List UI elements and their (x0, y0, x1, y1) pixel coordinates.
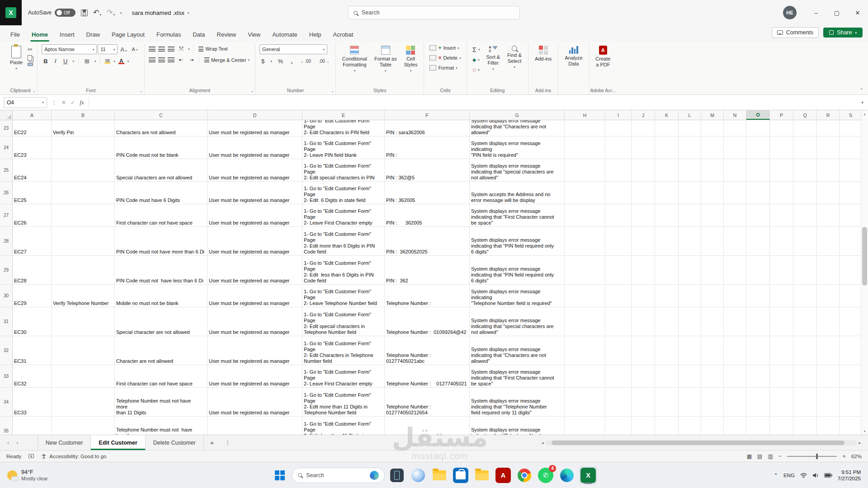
save-icon[interactable] (81, 9, 88, 16)
ribbon-tab-insert[interactable]: Insert (54, 28, 80, 42)
cell-C33[interactable]: First character can not have space (115, 365, 208, 388)
macro-record-icon[interactable] (28, 454, 34, 458)
cell-E30[interactable]: 1- Go to "Edit Customer Form" Page 2- Le… (302, 285, 385, 307)
cell-J26[interactable] (632, 182, 655, 204)
cell-G23[interactable]: System displays error message indicating… (470, 120, 565, 136)
cell-M30[interactable] (701, 285, 724, 307)
cell-S33[interactable] (840, 365, 862, 388)
cell-M27[interactable] (701, 204, 724, 227)
cell-P23[interactable] (770, 120, 793, 136)
percent-format-icon[interactable]: % (276, 57, 285, 66)
increase-font-icon[interactable]: A˄ (118, 45, 129, 54)
cell-D27[interactable]: User must be registered as manager (208, 204, 302, 227)
align-left-icon[interactable] (149, 57, 156, 62)
scroll-right-icon[interactable]: ▸ (859, 441, 861, 445)
cell-C28[interactable]: PIN Code must not have more than 6 Di (115, 227, 208, 256)
currency-format-icon[interactable]: $ (259, 57, 266, 66)
cell-K27[interactable] (655, 204, 679, 227)
cell-D30[interactable]: User must be registered as manager (208, 285, 302, 307)
cell-L27[interactable] (679, 204, 701, 227)
orientation-icon[interactable]: ⤧ (177, 44, 185, 53)
cell-K31[interactable] (655, 307, 679, 336)
cell-B33[interactable] (52, 365, 115, 388)
cell-P35[interactable] (770, 417, 793, 435)
cell-H27[interactable] (565, 204, 605, 227)
undo-caret-icon[interactable]: ▾ (99, 13, 101, 16)
cell-M25[interactable] (701, 159, 724, 182)
cell-J23[interactable] (632, 120, 655, 136)
fill-color-icon[interactable]: ▨ (104, 58, 110, 64)
cell-R24[interactable] (817, 136, 840, 159)
cell-S29[interactable] (840, 256, 862, 285)
row-header-27[interactable]: 27 (0, 204, 13, 227)
horizontal-scrollbar-thumb[interactable] (552, 441, 844, 445)
cell-O26[interactable] (746, 182, 770, 204)
row-header-25[interactable]: 25 (0, 159, 13, 182)
cell-K28[interactable] (655, 227, 679, 256)
conditional-formatting-button[interactable]: Conditional Formatting ▾ (340, 44, 369, 74)
cell-P32[interactable] (770, 336, 793, 365)
cell-A28[interactable]: EC27 (13, 227, 52, 256)
cell-Q26[interactable] (793, 182, 817, 204)
cell-R29[interactable] (817, 256, 840, 285)
cell-Q32[interactable] (793, 336, 817, 365)
cell-M32[interactable] (701, 336, 724, 365)
cell-K29[interactable] (655, 256, 679, 285)
cell-G29[interactable]: System displays error message indicating… (470, 256, 565, 285)
row-header-32[interactable]: 32 (0, 336, 13, 365)
bold-button[interactable]: B (42, 57, 49, 66)
taskbar-icon-phone-link[interactable] (388, 466, 406, 484)
cancel-entry-icon[interactable]: ✕ (61, 99, 66, 106)
fill-color-caret-icon[interactable]: ▾ (113, 60, 115, 63)
cell-F28[interactable]: PIN : 3620052025 (385, 227, 470, 256)
cell-L34[interactable] (679, 388, 701, 417)
cell-E33[interactable]: 1- Go to "Edit Customer Form" Page 2- Le… (302, 365, 385, 388)
cell-A30[interactable]: EC29 (13, 285, 52, 307)
column-header-Q[interactable]: Q (793, 110, 817, 120)
cell-L23[interactable] (679, 120, 701, 136)
cell-O35[interactable] (746, 417, 770, 435)
cell-M34[interactable] (701, 388, 724, 417)
cell-J35[interactable] (632, 417, 655, 435)
cell-N34[interactable] (724, 388, 746, 417)
cell-P27[interactable] (770, 204, 793, 227)
sheet-tab-options-icon[interactable]: ⋮ (220, 435, 235, 450)
cell-I27[interactable] (605, 204, 632, 227)
cell-H30[interactable] (565, 285, 605, 307)
cell-N32[interactable] (724, 336, 746, 365)
column-header-C[interactable]: C (115, 110, 208, 120)
maximize-button[interactable]: ▢ (826, 0, 847, 25)
clock[interactable]: 9:51 PM7/27/2025 (838, 469, 861, 482)
cell-E27[interactable]: 1- Go to "Edit Customer Form" Page 2- Le… (302, 204, 385, 227)
cell-M29[interactable] (701, 256, 724, 285)
cell-A33[interactable]: EC32 (13, 365, 52, 388)
cell-S25[interactable] (840, 159, 862, 182)
cell-B34[interactable] (52, 388, 115, 417)
find-select-button[interactable]: Find & Select ▾ (505, 44, 524, 70)
italic-button[interactable]: I (53, 56, 58, 66)
orientation-caret-icon[interactable]: ▾ (188, 47, 190, 51)
copy-icon[interactable] (28, 55, 32, 61)
cell-B23[interactable]: Verify Pin (52, 120, 115, 136)
ribbon-tab-file[interactable]: File (5, 28, 26, 42)
cell-P34[interactable] (770, 388, 793, 417)
ribbon-tab-help[interactable]: Help (303, 28, 327, 42)
borders-caret-icon[interactable]: ▾ (94, 60, 96, 63)
cell-H31[interactable] (565, 307, 605, 336)
cell-K34[interactable] (655, 388, 679, 417)
cell-J31[interactable] (632, 307, 655, 336)
customize-qat-icon[interactable]: ▾ (120, 11, 122, 14)
sheet-nav-right-icon[interactable]: › (16, 439, 18, 446)
column-header-D[interactable]: D (208, 110, 302, 120)
column-header-R[interactable]: R (817, 110, 840, 120)
cell-C25[interactable]: Special characters are not allowed (115, 159, 208, 182)
cell-G34[interactable]: System displays error message indicating… (470, 388, 565, 417)
cell-L35[interactable] (679, 417, 701, 435)
underline-button[interactable]: U (61, 57, 69, 66)
row-header-28[interactable]: 28 (0, 227, 13, 256)
cell-I30[interactable] (605, 285, 632, 307)
vertical-scrollbar-thumb[interactable] (862, 227, 867, 285)
cell-F35[interactable]: Telephone Number : 0127740 (385, 417, 470, 435)
cell-R27[interactable] (817, 204, 840, 227)
search-box[interactable]: Search (348, 6, 520, 19)
